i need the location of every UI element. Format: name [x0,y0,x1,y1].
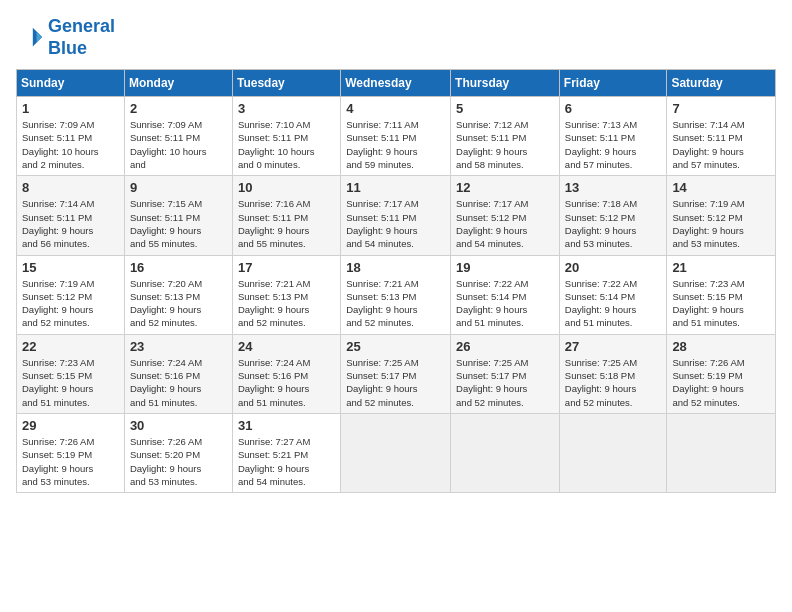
day-number: 13 [565,180,662,195]
day-number: 27 [565,339,662,354]
day-number: 16 [130,260,227,275]
daylight-and: and 52 minutes. [456,397,524,408]
calendar-cell: 23 Sunrise: 7:24 AM Sunset: 5:16 PM Dayl… [124,334,232,413]
daylight-and: and 53 minutes. [672,238,740,249]
sunset-text: Sunset: 5:11 PM [456,132,526,143]
calendar-cell [667,413,776,492]
sunrise-text: Sunrise: 7:11 AM [346,119,418,130]
sunset-text: Sunset: 5:20 PM [130,449,200,460]
daylight-label: Daylight: 10 hours [22,146,99,157]
daylight-label: Daylight: 9 hours [456,383,527,394]
calendar-header-row: SundayMondayTuesdayWednesdayThursdayFrid… [17,70,776,97]
calendar-table: SundayMondayTuesdayWednesdayThursdayFrid… [16,69,776,493]
sunrise-text: Sunrise: 7:22 AM [565,278,637,289]
day-info: Sunrise: 7:25 AM Sunset: 5:18 PM Dayligh… [565,356,662,409]
day-info: Sunrise: 7:21 AM Sunset: 5:13 PM Dayligh… [238,277,335,330]
day-info: Sunrise: 7:15 AM Sunset: 5:11 PM Dayligh… [130,197,227,250]
sunset-text: Sunset: 5:16 PM [130,370,200,381]
day-info: Sunrise: 7:14 AM Sunset: 5:11 PM Dayligh… [672,118,770,171]
daylight-and: and 59 minutes. [346,159,414,170]
day-number: 4 [346,101,445,116]
daylight-and: and 53 minutes. [130,476,198,487]
column-header-wednesday: Wednesday [341,70,451,97]
calendar-cell: 2 Sunrise: 7:09 AM Sunset: 5:11 PM Dayli… [124,97,232,176]
day-number: 14 [672,180,770,195]
daylight-and: and 52 minutes. [346,317,414,328]
day-info: Sunrise: 7:26 AM Sunset: 5:19 PM Dayligh… [22,435,119,488]
daylight-and: and 51 minutes. [130,397,198,408]
daylight-label: Daylight: 9 hours [346,225,417,236]
sunrise-text: Sunrise: 7:27 AM [238,436,310,447]
day-info: Sunrise: 7:22 AM Sunset: 5:14 PM Dayligh… [565,277,662,330]
column-header-monday: Monday [124,70,232,97]
logo-icon [16,24,44,52]
sunrise-text: Sunrise: 7:19 AM [672,198,744,209]
daylight-and: and 57 minutes. [672,159,740,170]
daylight-label: Daylight: 9 hours [238,304,309,315]
sunrise-text: Sunrise: 7:24 AM [238,357,310,368]
calendar-cell: 4 Sunrise: 7:11 AM Sunset: 5:11 PM Dayli… [341,97,451,176]
sunset-text: Sunset: 5:21 PM [238,449,308,460]
day-info: Sunrise: 7:09 AM Sunset: 5:11 PM Dayligh… [22,118,119,171]
sunrise-text: Sunrise: 7:22 AM [456,278,528,289]
sunrise-text: Sunrise: 7:24 AM [130,357,202,368]
daylight-label: Daylight: 9 hours [346,146,417,157]
sunrise-text: Sunrise: 7:12 AM [456,119,528,130]
daylight-label: Daylight: 9 hours [346,383,417,394]
daylight-and: and 52 minutes. [22,317,90,328]
daylight-and: and 54 minutes. [346,238,414,249]
daylight-and: and 55 minutes. [130,238,198,249]
day-info: Sunrise: 7:19 AM Sunset: 5:12 PM Dayligh… [22,277,119,330]
sunset-text: Sunset: 5:11 PM [565,132,635,143]
day-number: 2 [130,101,227,116]
daylight-and: and 54 minutes. [238,476,306,487]
day-info: Sunrise: 7:25 AM Sunset: 5:17 PM Dayligh… [346,356,445,409]
sunset-text: Sunset: 5:13 PM [130,291,200,302]
calendar-cell [451,413,560,492]
daylight-label: Daylight: 9 hours [672,225,743,236]
day-number: 11 [346,180,445,195]
day-info: Sunrise: 7:19 AM Sunset: 5:12 PM Dayligh… [672,197,770,250]
day-number: 8 [22,180,119,195]
daylight-label: Daylight: 9 hours [672,146,743,157]
day-info: Sunrise: 7:16 AM Sunset: 5:11 PM Dayligh… [238,197,335,250]
day-info: Sunrise: 7:24 AM Sunset: 5:16 PM Dayligh… [238,356,335,409]
logo: General Blue [16,16,115,59]
day-number: 21 [672,260,770,275]
calendar-cell: 9 Sunrise: 7:15 AM Sunset: 5:11 PM Dayli… [124,176,232,255]
daylight-and: and 53 minutes. [22,476,90,487]
sunrise-text: Sunrise: 7:14 AM [672,119,744,130]
calendar-cell: 28 Sunrise: 7:26 AM Sunset: 5:19 PM Dayl… [667,334,776,413]
calendar-cell: 29 Sunrise: 7:26 AM Sunset: 5:19 PM Dayl… [17,413,125,492]
sunset-text: Sunset: 5:15 PM [22,370,92,381]
day-number: 22 [22,339,119,354]
day-info: Sunrise: 7:18 AM Sunset: 5:12 PM Dayligh… [565,197,662,250]
day-number: 30 [130,418,227,433]
daylight-label: Daylight: 9 hours [238,383,309,394]
page-header: General Blue [16,16,776,59]
day-info: Sunrise: 7:14 AM Sunset: 5:11 PM Dayligh… [22,197,119,250]
daylight-and: and 56 minutes. [22,238,90,249]
sunset-text: Sunset: 5:11 PM [238,212,308,223]
daylight-label: Daylight: 9 hours [565,146,636,157]
sunset-text: Sunset: 5:11 PM [346,132,416,143]
sunrise-text: Sunrise: 7:17 AM [346,198,418,209]
calendar-cell: 13 Sunrise: 7:18 AM Sunset: 5:12 PM Dayl… [559,176,667,255]
sunset-text: Sunset: 5:14 PM [565,291,635,302]
calendar-week-1: 1 Sunrise: 7:09 AM Sunset: 5:11 PM Dayli… [17,97,776,176]
calendar-cell: 5 Sunrise: 7:12 AM Sunset: 5:11 PM Dayli… [451,97,560,176]
daylight-label: Daylight: 9 hours [672,383,743,394]
calendar-cell: 22 Sunrise: 7:23 AM Sunset: 5:15 PM Dayl… [17,334,125,413]
day-number: 29 [22,418,119,433]
column-header-thursday: Thursday [451,70,560,97]
daylight-and: and 0 minutes. [238,159,300,170]
day-info: Sunrise: 7:17 AM Sunset: 5:12 PM Dayligh… [456,197,554,250]
day-number: 23 [130,339,227,354]
day-info: Sunrise: 7:22 AM Sunset: 5:14 PM Dayligh… [456,277,554,330]
daylight-and: and 51 minutes. [456,317,524,328]
day-number: 9 [130,180,227,195]
calendar-cell: 31 Sunrise: 7:27 AM Sunset: 5:21 PM Dayl… [232,413,340,492]
day-info: Sunrise: 7:21 AM Sunset: 5:13 PM Dayligh… [346,277,445,330]
day-info: Sunrise: 7:09 AM Sunset: 5:11 PM Dayligh… [130,118,227,171]
daylight-label: Daylight: 9 hours [346,304,417,315]
